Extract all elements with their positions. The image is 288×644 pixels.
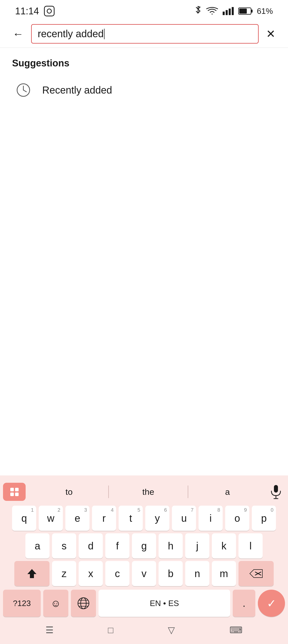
key-w[interactable]: 2 w — [39, 506, 63, 531]
space-label: EN • ES — [150, 599, 179, 608]
key-letter-q: q — [21, 513, 27, 524]
emoji-icon: ☺ — [51, 598, 61, 609]
key-number-6: 6 — [164, 507, 167, 513]
key-letter-g: g — [141, 540, 147, 552]
key-z[interactable]: z — [52, 561, 76, 586]
word-suggestion-the[interactable]: the — [109, 483, 187, 501]
suggestions-section: Suggestions Recently added — [0, 48, 288, 109]
nav-back-icon[interactable]: ▽ — [168, 625, 175, 635]
key-enter[interactable]: ✓ — [258, 590, 285, 617]
svg-rect-3 — [232, 7, 234, 15]
keyboard: to the a 1 q 2 w 3 — [0, 475, 288, 644]
enter-checkmark: ✓ — [267, 597, 276, 610]
microphone-icon — [270, 485, 281, 499]
key-h[interactable]: h — [159, 533, 183, 558]
key-t[interactable]: 5 t — [119, 506, 143, 531]
shift-icon — [26, 568, 37, 579]
back-button[interactable]: ← — [10, 25, 26, 43]
key-shift[interactable] — [14, 561, 50, 586]
key-o[interactable]: 9 o — [225, 506, 249, 531]
key-number-7: 7 — [191, 507, 194, 513]
svg-rect-0 — [223, 12, 225, 15]
svg-rect-2 — [229, 9, 231, 15]
key-letter-z: z — [62, 568, 67, 579]
key-u[interactable]: 7 u — [172, 506, 196, 531]
key-letter-t: t — [129, 513, 132, 524]
svg-line-9 — [23, 90, 26, 92]
key-letter-m: m — [220, 568, 228, 579]
key-space[interactable]: EN • ES — [99, 590, 230, 617]
key-c[interactable]: c — [105, 561, 129, 586]
key-letter-s: s — [62, 540, 67, 552]
key-letter-j: j — [196, 540, 199, 552]
svg-marker-13 — [27, 569, 36, 578]
signal-icon — [222, 6, 234, 16]
key-x[interactable]: x — [79, 561, 103, 586]
key-letter-h: h — [168, 540, 173, 552]
word-suggestion-to[interactable]: to — [30, 483, 108, 501]
suggestion-text: Recently added — [42, 85, 112, 96]
key-p[interactable]: 0 p — [252, 506, 276, 531]
nav-menu-icon[interactable]: ☰ — [45, 625, 54, 635]
key-letter-d: d — [88, 540, 93, 552]
key-i[interactable]: 8 i — [199, 506, 223, 531]
word-suggestion-a[interactable]: a — [188, 483, 267, 501]
key-y[interactable]: 6 y — [145, 506, 169, 531]
keyboard-grid-button[interactable] — [3, 483, 26, 501]
svg-rect-5 — [251, 10, 253, 13]
key-a[interactable]: a — [25, 533, 50, 558]
status-bar: 11:14 61% — [0, 0, 288, 20]
grid-icon — [8, 486, 21, 498]
status-icons: 61% — [194, 6, 273, 16]
key-letter-e: e — [75, 513, 80, 524]
key-letter-o: o — [234, 513, 240, 524]
key-letter-f: f — [116, 540, 119, 552]
key-b[interactable]: b — [159, 561, 183, 586]
key-q[interactable]: 1 q — [12, 506, 36, 531]
key-period[interactable]: . — [233, 590, 255, 617]
instagram-icon — [44, 6, 55, 16]
key-j[interactable]: j — [185, 533, 209, 558]
key-k[interactable]: k — [212, 533, 236, 558]
key-letter-x: x — [88, 568, 93, 579]
key-number-1: 1 — [31, 507, 34, 513]
key-e[interactable]: 3 e — [65, 506, 89, 531]
bluetooth-icon — [194, 6, 202, 16]
key-r[interactable]: 4 r — [92, 506, 116, 531]
clear-button[interactable]: ✕ — [264, 25, 278, 43]
key-letter-a: a — [35, 540, 40, 552]
backspace-icon — [249, 569, 263, 579]
key-letter-r: r — [102, 513, 106, 524]
key-letter-k: k — [221, 540, 226, 552]
key-v[interactable]: v — [132, 561, 156, 586]
search-input-value[interactable]: recently added — [38, 28, 104, 39]
search-bar: ← recently added ✕ — [0, 20, 288, 48]
key-number-4: 4 — [111, 507, 114, 513]
key-row-2: a s d f g h j k l — [3, 533, 285, 558]
key-backspace[interactable] — [238, 561, 274, 586]
key-letter-y: y — [155, 513, 160, 524]
word-suggestions-row: to the a — [3, 480, 285, 503]
search-input-wrapper[interactable]: recently added — [31, 24, 259, 44]
key-l[interactable]: l — [238, 533, 263, 558]
key-f[interactable]: f — [105, 533, 129, 558]
nav-keyboard-icon[interactable]: ⌨ — [229, 625, 243, 635]
svg-rect-6 — [239, 9, 247, 14]
globe-icon — [77, 597, 90, 610]
key-emoji[interactable]: ☺ — [43, 590, 68, 617]
mic-button[interactable] — [267, 483, 285, 501]
key-row-bottom: ?123 ☺ EN • ES . ✓ — [3, 590, 285, 617]
key-globe[interactable] — [71, 590, 96, 617]
key-d[interactable]: d — [79, 533, 103, 558]
suggestion-item[interactable]: Recently added — [12, 76, 276, 104]
nav-home-icon[interactable]: □ — [108, 625, 114, 635]
suggestion-icon — [15, 81, 32, 99]
key-n[interactable]: n — [185, 561, 209, 586]
key-num-sym[interactable]: ?123 — [3, 590, 41, 617]
key-number-3: 3 — [84, 507, 87, 513]
key-letter-n: n — [195, 568, 200, 579]
key-g[interactable]: g — [132, 533, 156, 558]
key-s[interactable]: s — [52, 533, 76, 558]
key-letter-c: c — [115, 568, 120, 579]
key-m[interactable]: m — [212, 561, 236, 586]
